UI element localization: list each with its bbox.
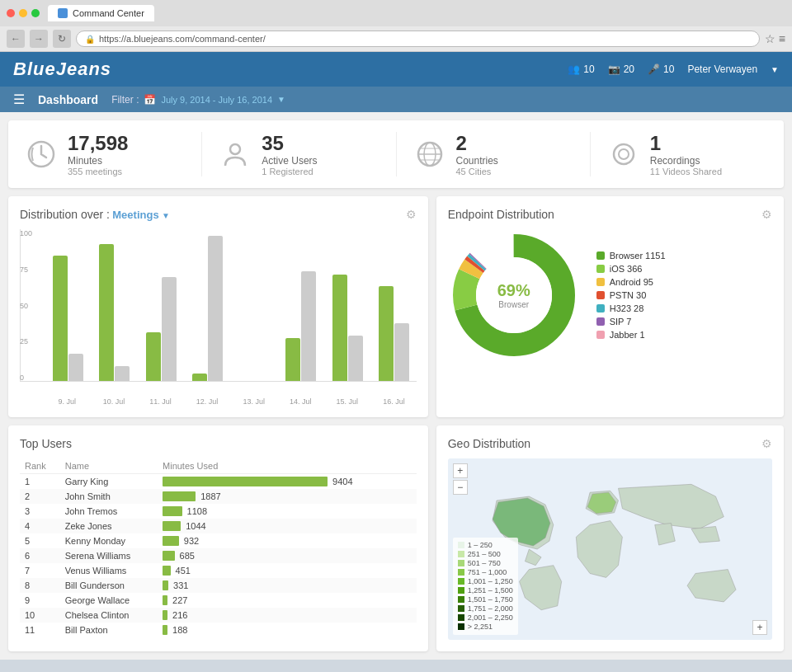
legend-color-dot (596, 291, 605, 299)
zoom-in-button[interactable]: + (453, 463, 468, 478)
table-row: 10Chelsea Clinton216 (20, 608, 417, 623)
nav-dashboard-label[interactable]: Dashboard (38, 93, 98, 106)
chevron-down-icon[interactable]: ▼ (771, 65, 779, 74)
nav-date-range[interactable]: July 9, 2014 - July 16, 2014 (161, 95, 272, 105)
back-button[interactable]: ← (7, 30, 25, 48)
donut-center: 69% Browser (497, 281, 530, 309)
hamburger-icon[interactable]: ☰ (13, 92, 25, 107)
minutes-cell: 685 (158, 548, 417, 563)
minutes-cell: 1887 (158, 489, 417, 504)
x-label: 9. Jul (45, 397, 90, 406)
geo-header: Geo Distribution ⚙ (448, 437, 772, 450)
bar-cell: 216 (163, 610, 412, 620)
map-legend-color (458, 542, 464, 548)
usage-bar (163, 491, 196, 501)
header-username[interactable]: Peter Verwayen (687, 63, 757, 75)
map-legend-color (458, 614, 464, 621)
table-row: 6Serena Williams685 (20, 548, 417, 563)
geo-title: Geo Distribution (448, 437, 530, 450)
table-row: 4Zeke Jones1044 (20, 519, 417, 533)
legend-item: PSTN 30 (596, 290, 666, 300)
stat-recordings-text: 1 Recordings 11 Videos Shared (650, 132, 722, 176)
minutes-cell: 227 (158, 593, 417, 608)
refresh-button[interactable]: ↻ (53, 30, 71, 48)
legend-label: Jabber 1 (610, 330, 645, 340)
table-row: 3John Tremos1108 (20, 504, 417, 519)
minutes-value: 685 (180, 551, 195, 561)
map-legend-color (458, 623, 464, 630)
bar-group (45, 256, 90, 381)
countries-label: Countries (456, 155, 498, 167)
legend-label: SIP 7 (610, 317, 632, 327)
legend-item: iOS 366 (596, 264, 666, 274)
top-users-card: Top Users Rank Name Minutes Used 1Garry … (8, 425, 428, 651)
bar-cell: 932 (163, 536, 412, 546)
usage-bar (163, 610, 167, 620)
map-expand-button[interactable]: + (752, 620, 767, 635)
usage-bar (163, 595, 167, 605)
bar (285, 338, 300, 381)
minutes-cell: 188 (158, 623, 417, 637)
legend-color-dot (596, 251, 605, 260)
table-row: 8Bill Gunderson331 (20, 578, 417, 593)
y-label-100: 100 (20, 229, 32, 237)
endpoint-gear-icon[interactable]: ⚙ (761, 208, 772, 221)
menu-button[interactable]: ≡ (779, 32, 785, 45)
dropdown-icon[interactable]: ▼ (162, 211, 170, 220)
bar (146, 332, 161, 381)
table-row: 11Bill Paxton188 (20, 623, 417, 637)
map-legend-color (458, 578, 464, 585)
star-button[interactable]: ☆ (765, 32, 776, 45)
stats-row: 17,598 Minutes 355 meetings 35 Active Us… (8, 120, 784, 188)
distribution-gear-icon[interactable]: ⚙ (406, 208, 417, 221)
map-legend-item: 1,251 – 1,500 (458, 586, 513, 594)
legend-label: H323 28 (610, 303, 644, 313)
minutes-label: Minutes (68, 155, 128, 167)
donut-label: Browser (497, 300, 530, 309)
bar-cell: 227 (163, 595, 412, 605)
map-legend-item: 1,501 – 1,750 (458, 595, 513, 604)
url-text: https://a.bluejeans.com/command-center/ (99, 34, 266, 44)
browser-tab[interactable]: Command Center (48, 5, 154, 21)
zoom-out-button[interactable]: − (453, 480, 468, 495)
x-label: 13. Jul (231, 397, 276, 406)
endpoint-legend: Browser 1151iOS 366Android 95PSTN 30H323… (596, 251, 666, 340)
bar (192, 374, 207, 381)
forward-button[interactable]: → (30, 30, 48, 48)
browser-chrome: Command Center ← → ↻ 🔒 https://a.bluejea… (0, 0, 792, 52)
minimize-dot[interactable] (19, 9, 27, 17)
geo-card: Geo Distribution ⚙ + − (436, 425, 784, 651)
distribution-filter[interactable]: Meetings (112, 209, 158, 221)
map-legend-item: 751 – 1,000 (458, 568, 513, 576)
header-users-stat: 👥 10 (568, 63, 594, 75)
minutes-sub: 355 meetings (68, 167, 128, 176)
usage-bar (163, 551, 175, 561)
rank-cell: 5 (20, 533, 60, 548)
usage-bar (163, 521, 181, 531)
header-users-value: 10 (583, 63, 594, 75)
bar-background (162, 277, 177, 381)
usage-bar (163, 477, 328, 486)
globe-icon (413, 138, 446, 171)
map-legend-color (458, 560, 464, 566)
bar (53, 256, 68, 381)
address-bar[interactable]: 🔒 https://a.bluejeans.com/command-center… (76, 31, 760, 47)
y-label-0: 0 (20, 374, 32, 382)
camera-icon: 📷 (608, 63, 620, 75)
mic-icon: 🎤 (648, 63, 660, 75)
main-content: 17,598 Minutes 355 meetings 35 Active Us… (0, 112, 792, 660)
map-legend-label: 251 – 500 (468, 550, 501, 558)
name-cell: Zeke Jones (60, 519, 158, 533)
maximize-dot[interactable] (31, 9, 40, 17)
close-dot[interactable] (7, 9, 15, 17)
map-legend-label: 1,751 – 2,000 (468, 604, 513, 613)
geo-gear-icon[interactable]: ⚙ (761, 437, 772, 450)
header-right: 👥 10 📷 20 🎤 10 Peter Verwayen ▼ (568, 63, 779, 75)
browser-titlebar: Command Center (0, 0, 792, 26)
bar-background (348, 336, 363, 382)
distribution-title: Distribution over : Meetings ▼ (20, 208, 170, 221)
bar-cell: 188 (163, 625, 412, 635)
header-mic-value: 10 (663, 63, 674, 75)
x-label: 16. Jul (371, 397, 417, 406)
chevron-down-icon[interactable]: ▼ (277, 95, 285, 104)
